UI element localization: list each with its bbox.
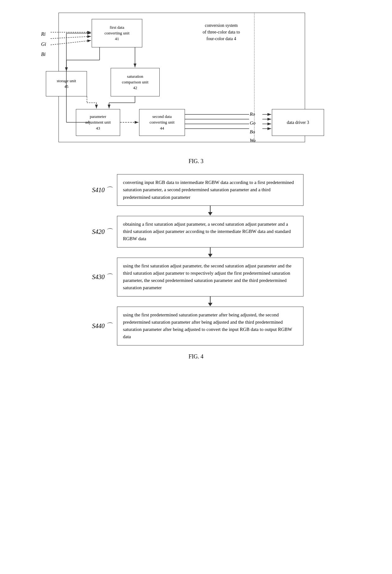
arrow-1 xyxy=(89,206,303,216)
box-43: parameteradjustment unit43 xyxy=(76,109,120,136)
step-s430-box: using the first saturation adjust parame… xyxy=(117,258,303,296)
flow-row-s430: S430⌒ using the first saturation adjust … xyxy=(89,258,303,296)
flow-row-s410: S410⌒ converting input RGB data to inter… xyxy=(89,174,303,206)
inputs-label: Ri Gi Bi xyxy=(41,29,46,59)
fig3-label: FIG. 3 xyxy=(188,158,203,165)
bo-label: Bo xyxy=(250,128,256,137)
step-s420-box: obtaining a first saturation adjust para… xyxy=(117,216,303,247)
arrow-3-col xyxy=(208,296,212,306)
ri-label: Ri xyxy=(41,29,46,39)
wo-label: Wo xyxy=(250,136,256,145)
arrow-3-line xyxy=(210,296,211,303)
ro-label: Ro xyxy=(250,110,256,119)
arrow-3-point xyxy=(208,303,212,306)
box-41-label: first dataconverting unit41 xyxy=(104,25,129,42)
go-label: Go xyxy=(250,119,256,128)
arrow-1-line xyxy=(210,206,211,212)
arrow-1-point xyxy=(208,212,212,216)
step-s410-label: S410⌒ xyxy=(89,185,117,195)
box-45: storage unit45 xyxy=(46,71,87,96)
fig4-label: FIG. 4 xyxy=(188,353,203,360)
step-s440-label: S440⌒ xyxy=(89,321,117,331)
box-42: saturationcomparison unit42 xyxy=(111,68,160,96)
step-s420-label: S420⌒ xyxy=(89,227,117,236)
step-s410-text: converting input RGB data to intermediat… xyxy=(123,180,294,200)
arrow-2-line xyxy=(210,247,211,254)
box-45-label: storage unit45 xyxy=(57,78,76,89)
arrow-1-col xyxy=(208,206,212,216)
flow-row-s420: S420⌒ obtaining a first saturation adjus… xyxy=(89,216,303,247)
arrow-2-col xyxy=(208,247,212,257)
box-3: data driver 3 xyxy=(272,109,324,136)
fig3-diagram: Ri Gi Bi conversion systemof three-color… xyxy=(41,13,351,152)
box-43-label: parameteradjustment unit43 xyxy=(85,114,111,131)
box-41: first dataconverting unit41 xyxy=(92,19,142,47)
fig4-diagram: S410⌒ converting input RGB data to inter… xyxy=(19,174,373,369)
box-3-label: data driver 3 xyxy=(287,119,309,126)
bi-label: Bi xyxy=(41,49,46,59)
box-44-label: second dataconverting unit44 xyxy=(150,114,175,131)
gi-label: Gi xyxy=(41,39,46,49)
step-s410-box: converting input RGB data to intermediat… xyxy=(117,174,303,206)
outputs-label: Ro Go Bo Wo xyxy=(250,110,256,145)
step-s420-text: obtaining a first saturation adjust para… xyxy=(123,222,291,241)
step-s430-text: using the first saturation adjust parame… xyxy=(123,263,291,290)
arrow-2-point xyxy=(208,254,212,257)
flowchart: S410⌒ converting input RGB data to inter… xyxy=(89,174,303,345)
arrow-3 xyxy=(89,296,303,307)
flow-row-s440: S440⌒ using the first predetermined satu… xyxy=(89,307,303,345)
step-s440-text: using the first predetermined saturation… xyxy=(123,312,292,339)
system-title: conversion systemof three-color data tof… xyxy=(190,22,253,42)
box-42-label: saturationcomparison unit42 xyxy=(122,74,148,91)
box-44: second dataconverting unit44 xyxy=(139,109,185,136)
step-s430-label: S430⌒ xyxy=(89,272,117,282)
arrow-2 xyxy=(89,247,303,258)
step-s440-box: using the first predetermined saturation… xyxy=(117,307,303,345)
